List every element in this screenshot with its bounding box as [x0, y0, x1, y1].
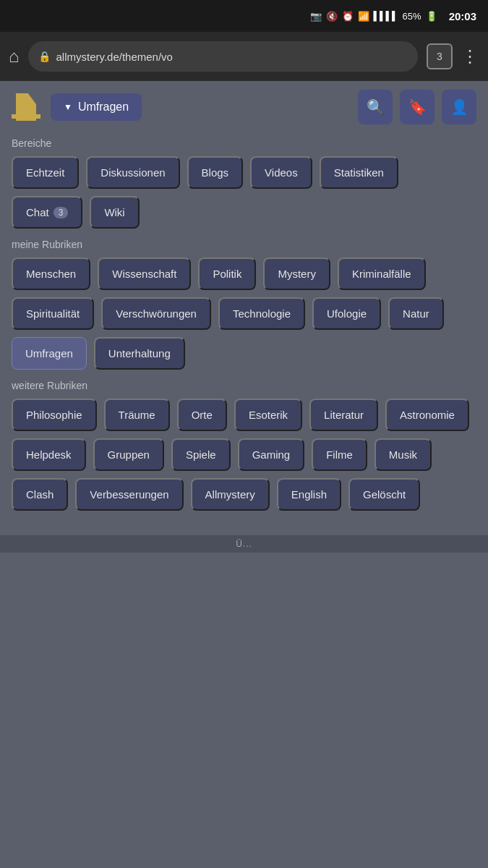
weitere-rubriken-section: weitere Rubriken PhilosophieTräumeOrteEs…: [12, 380, 476, 511]
tag-english[interactable]: English: [277, 478, 341, 511]
mute-icon: 🔇: [326, 11, 338, 22]
bottom-text: Ü...: [236, 539, 252, 549]
tag-mystery[interactable]: Mystery: [263, 258, 330, 290]
bereiche-tags: EchtzeitDiskussionenBlogsVideosStatistik…: [12, 156, 476, 229]
home-icon[interactable]: ⌂: [9, 46, 20, 67]
tab-counter[interactable]: 3: [427, 43, 453, 69]
url-text: allmystery.de/themen/vo: [56, 51, 173, 63]
tag-wissenschaft[interactable]: Wissenschaft: [98, 258, 191, 290]
browser-menu-icon[interactable]: ⋮: [461, 46, 479, 67]
camera-icon: 📷: [310, 11, 322, 22]
tag-kriminalfälle[interactable]: Kriminalfälle: [338, 258, 426, 290]
tag-verschwörungen[interactable]: Verschwörungen: [101, 297, 211, 330]
lock-icon: 🔒: [38, 51, 51, 62]
status-bar: 📷 🔇 ⏰ 📶 ▌▌▌▌ 65% 🔋 20:03: [0, 0, 488, 32]
tag-allmystery[interactable]: Allmystery: [191, 478, 270, 511]
tag-chat[interactable]: Chat3: [12, 196, 82, 229]
tag-orte[interactable]: Orte: [177, 399, 227, 431]
tag-politik[interactable]: Politik: [198, 258, 256, 290]
tag-philosophie[interactable]: Philosophie: [12, 399, 97, 431]
battery-percent: 65%: [403, 11, 421, 22]
bereiche-label: Bereiche: [12, 137, 476, 149]
tag-diskussionen[interactable]: Diskussionen: [86, 156, 179, 189]
tag-träume[interactable]: Träume: [104, 399, 170, 431]
alarm-icon: ⏰: [342, 11, 354, 22]
tag-gaming[interactable]: Gaming: [238, 438, 305, 471]
tag-clash[interactable]: Clash: [12, 478, 68, 511]
tag-astronomie[interactable]: Astronomie: [385, 399, 469, 431]
bereiche-section: Bereiche EchtzeitDiskussionenBlogsVideos…: [12, 137, 476, 229]
tag-verbesserungen[interactable]: Verbesserungen: [75, 478, 183, 511]
tag-menschen[interactable]: Menschen: [12, 258, 90, 290]
tag-filme[interactable]: Filme: [312, 438, 367, 471]
tag-spiritualität[interactable]: Spiritualität: [12, 297, 94, 330]
meine-rubriken-label: meine Rubriken: [12, 239, 476, 250]
user-button[interactable]: 👤: [442, 90, 476, 124]
tag-blogs[interactable]: Blogs: [187, 156, 244, 189]
tag-unterhaltung[interactable]: Unterhaltung: [94, 337, 185, 370]
tag-ufologie[interactable]: Ufologie: [312, 297, 381, 330]
meine-rubriken-section: meine Rubriken MenschenWissenschaftPolit…: [12, 239, 476, 370]
dropdown-label: Umfragen: [78, 101, 129, 114]
meine-rubriken-tags: MenschenWissenschaftPolitikMysteryKrimin…: [12, 258, 476, 370]
search-icon: 🔍: [367, 98, 385, 116]
tag-gruppen[interactable]: Gruppen: [93, 438, 164, 471]
tag-badge: 3: [53, 207, 69, 218]
tag-literatur[interactable]: Literatur: [309, 399, 378, 431]
url-bar[interactable]: 🔒 allmystery.de/themen/vo: [28, 41, 419, 72]
tag-umfragen[interactable]: Umfragen: [12, 337, 87, 370]
signal-icon: ▌▌▌▌: [374, 11, 398, 21]
top-nav: ▼ Umfragen 🔍 🔖 👤: [12, 90, 476, 124]
weitere-rubriken-tags: PhilosophieTräumeOrteEsoterikLiteraturAs…: [12, 399, 476, 511]
tag-wiki[interactable]: Wiki: [90, 196, 139, 229]
main-content: ▼ Umfragen 🔍 🔖 👤 Bereiche EchtzeitDiskus…: [0, 81, 488, 535]
weitere-rubriken-label: weitere Rubriken: [12, 380, 476, 391]
status-icons: 📷 🔇 ⏰ 📶 ▌▌▌▌ 65% 🔋: [310, 11, 437, 22]
tag-gelöscht[interactable]: Gelöscht: [348, 478, 420, 511]
tag-technologie[interactable]: Technologie: [218, 297, 305, 330]
user-icon: 👤: [450, 98, 468, 116]
tag-musik[interactable]: Musik: [374, 438, 432, 471]
dropdown-button[interactable]: ▼ Umfragen: [51, 93, 142, 121]
tag-esoterik[interactable]: Esoterik: [234, 399, 302, 431]
tag-videos[interactable]: Videos: [250, 156, 312, 189]
wifi-icon: 📶: [358, 11, 369, 22]
bookmark-button[interactable]: 🔖: [400, 90, 435, 124]
browser-bar: ⌂ 🔒 allmystery.de/themen/vo 3 ⋮: [0, 32, 488, 81]
battery-icon: 🔋: [426, 11, 437, 22]
tag-echtzeit[interactable]: Echtzeit: [12, 156, 79, 189]
tag-statistiken[interactable]: Statistiken: [320, 156, 398, 189]
tag-spiele[interactable]: Spiele: [171, 438, 231, 471]
time-display: 20:03: [449, 10, 476, 22]
bottom-bar: Ü...: [0, 535, 488, 553]
tag-natur[interactable]: Natur: [388, 297, 444, 330]
tag-helpdesk[interactable]: Helpdesk: [12, 438, 86, 471]
bookmark-icon: 🔖: [408, 98, 427, 116]
chevron-down-icon: ▼: [64, 102, 72, 112]
search-button[interactable]: 🔍: [358, 90, 393, 124]
site-logo: [12, 91, 40, 123]
